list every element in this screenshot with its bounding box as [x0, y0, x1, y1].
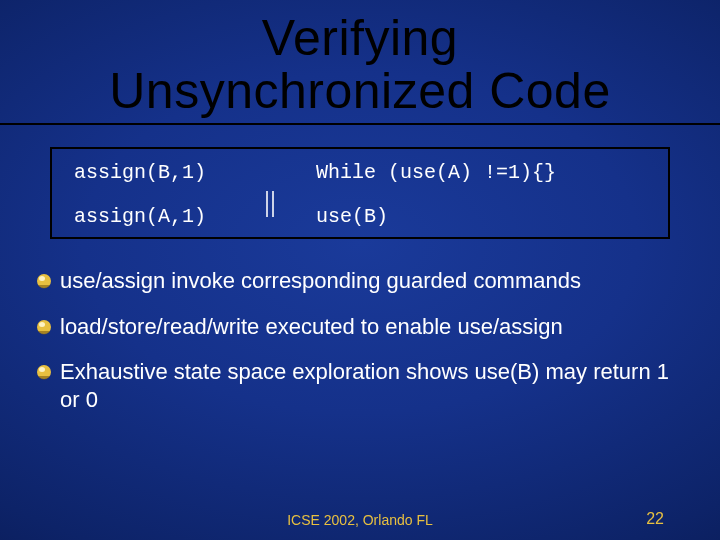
title-line-2: Unsynchronized Code [109, 63, 610, 119]
list-item: load/store/read/write executed to enable… [36, 313, 680, 341]
code-use-b: use(B) [316, 205, 388, 228]
bullet-icon [36, 364, 52, 380]
code-assign-b: assign(B,1) [74, 161, 206, 184]
title-line-1: Verifying [262, 10, 458, 66]
code-box: assign(B,1) assign(A,1) || While (use(A)… [50, 147, 670, 239]
svg-point-5 [39, 367, 45, 372]
svg-point-1 [39, 276, 45, 281]
svg-point-3 [39, 322, 45, 327]
list-item: use/assign invoke corresponding guarded … [36, 267, 680, 295]
page-number: 22 [646, 510, 664, 528]
slide: Verifying Unsynchronized Code assign(B,1… [0, 0, 720, 540]
bullet-icon [36, 319, 52, 335]
code-while: While (use(A) !=1){} [316, 161, 556, 184]
bullet-list: use/assign invoke corresponding guarded … [36, 267, 680, 413]
parallel-bar-icon: || [264, 184, 276, 218]
code-assign-a: assign(A,1) [74, 205, 206, 228]
bullet-text: Exhaustive state space exploration shows… [60, 358, 680, 413]
title-divider [0, 123, 720, 125]
bullet-text: use/assign invoke corresponding guarded … [60, 267, 581, 295]
bullet-text: load/store/read/write executed to enable… [60, 313, 563, 341]
slide-title: Verifying Unsynchronized Code [0, 0, 720, 117]
bullet-icon [36, 273, 52, 289]
list-item: Exhaustive state space exploration shows… [36, 358, 680, 413]
footer-venue: ICSE 2002, Orlando FL [0, 512, 720, 528]
